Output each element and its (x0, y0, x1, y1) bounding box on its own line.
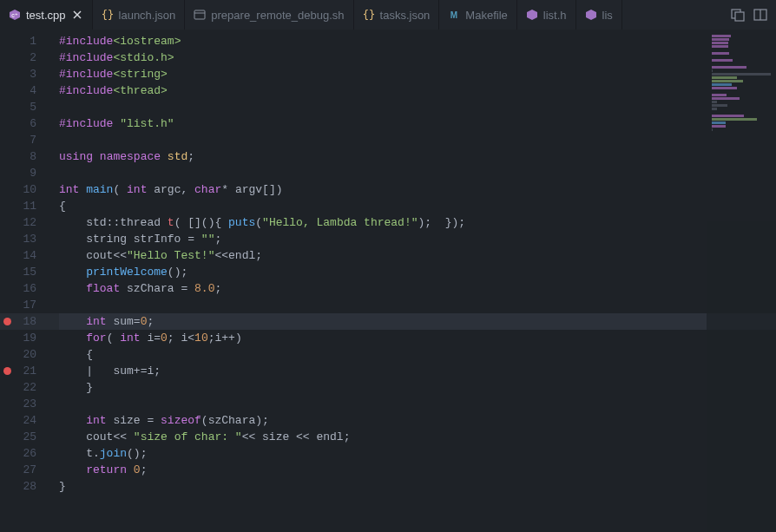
code-line[interactable]: { (59, 346, 707, 363)
svg-text:{}: {} (102, 9, 114, 21)
minimap[interactable] (707, 30, 776, 532)
tab-tasks-json[interactable]: {} tasks.json (354, 0, 440, 30)
line-number[interactable]: 24 (0, 412, 52, 429)
line-number[interactable]: 28 (0, 478, 52, 495)
cpp-icon (585, 9, 597, 21)
line-number[interactable]: 15 (0, 264, 52, 280)
cpp-icon: c⁺ (9, 9, 21, 21)
makefile-icon: M (448, 9, 460, 21)
tab-overflow[interactable]: lis (576, 0, 622, 30)
line-number[interactable]: 18 (0, 313, 52, 330)
code-line[interactable]: { (59, 198, 707, 214)
code-line[interactable] (59, 396, 707, 412)
line-number[interactable]: 12 (0, 214, 52, 231)
line-number[interactable]: 10 (0, 181, 52, 198)
line-number[interactable]: 20 (0, 346, 52, 363)
line-number[interactable]: 6 (0, 115, 52, 132)
line-number[interactable]: 2 (0, 49, 52, 66)
svg-text:{}: {} (363, 9, 375, 21)
line-number[interactable]: 3 (0, 66, 52, 82)
tab-label: tasks.json (380, 9, 431, 22)
code-line[interactable]: #include<thread> (59, 82, 707, 99)
svg-text:c⁺: c⁺ (11, 12, 18, 18)
tab-test-cpp[interactable]: c⁺ test.cpp (0, 0, 93, 30)
code-line[interactable]: #include<string> (59, 66, 707, 82)
code-line[interactable]: t.join(); (59, 445, 707, 462)
line-number[interactable]: 1 (0, 33, 52, 49)
code-line[interactable]: cout<<"Hello Test!"<<endl; (59, 247, 707, 264)
svg-rect-12 (735, 12, 744, 21)
code-line[interactable]: | sum+=i; (59, 363, 707, 379)
line-number[interactable]: 22 (0, 379, 52, 396)
split-editor-icon[interactable] (753, 8, 767, 22)
tab-label: prepare_remote_debug.sh (211, 9, 344, 22)
line-number[interactable]: 9 (0, 165, 52, 181)
svg-marker-10 (586, 10, 596, 20)
tab-label: list.h (543, 9, 567, 22)
code-line[interactable] (59, 99, 707, 115)
line-number[interactable]: 14 (0, 247, 52, 264)
line-number[interactable]: 23 (0, 396, 52, 412)
line-number[interactable]: 8 (0, 148, 52, 165)
close-icon[interactable] (71, 9, 83, 21)
line-number-gutter[interactable]: 1234567891011121314151617181920212223242… (0, 30, 52, 532)
svg-text:M: M (450, 10, 457, 20)
svg-marker-9 (527, 10, 537, 20)
code-line[interactable]: } (59, 379, 707, 396)
code-line[interactable]: #include "list.h" (59, 115, 707, 132)
tab-label: lis (602, 9, 613, 22)
line-number[interactable]: 5 (0, 99, 52, 115)
svg-rect-5 (194, 10, 205, 19)
code-line[interactable]: float szChara = 8.0; (59, 280, 707, 297)
editor-tabs: c⁺ test.cpp {} launch.json prepare_remot… (0, 0, 776, 30)
line-number[interactable]: 17 (0, 297, 52, 313)
tab-launch-json[interactable]: {} launch.json (93, 0, 186, 30)
sh-icon (194, 9, 206, 21)
line-number[interactable]: 26 (0, 445, 52, 462)
code-line[interactable]: int sum=0; (59, 313, 707, 330)
tab-label: launch.json (119, 9, 176, 22)
code-editor[interactable]: #include<iostream>#include<stdio.h>#incl… (52, 30, 707, 532)
code-line[interactable]: std::thread t( [](){ puts("Hello, Lambda… (59, 214, 707, 231)
code-line[interactable] (59, 165, 707, 181)
code-line[interactable]: cout<< "size of char: "<< size << endl; (59, 429, 707, 445)
code-line[interactable]: for( int i=0; i<10;i++) (59, 330, 707, 346)
code-line[interactable]: #include<stdio.h> (59, 49, 707, 66)
code-line[interactable]: string strInfo = ""; (59, 231, 707, 247)
line-number[interactable]: 25 (0, 429, 52, 445)
line-number[interactable]: 4 (0, 82, 52, 99)
line-number[interactable]: 7 (0, 132, 52, 148)
tab-prepare-remote-debug-sh[interactable]: prepare_remote_debug.sh (185, 0, 353, 30)
line-number[interactable]: 11 (0, 198, 52, 214)
code-line[interactable]: using namespace std; (59, 148, 707, 165)
json-icon: {} (102, 9, 114, 21)
compare-icon[interactable] (731, 8, 745, 22)
titlebar-actions (722, 0, 776, 30)
json-icon: {} (363, 9, 375, 21)
code-line[interactable]: printWelcome(); (59, 264, 707, 280)
line-number[interactable]: 19 (0, 330, 52, 346)
editor-area: 1234567891011121314151617181920212223242… (0, 30, 776, 532)
code-line[interactable]: int main( int argc, char* argv[]) (59, 181, 707, 198)
cpp-icon (526, 9, 538, 21)
code-line[interactable] (59, 132, 707, 148)
tab-label: Makefile (465, 9, 507, 22)
code-line[interactable]: int size = sizeof(szChara); (59, 412, 707, 429)
line-number[interactable]: 13 (0, 231, 52, 247)
line-number[interactable]: 21 (0, 363, 52, 379)
line-number[interactable]: 27 (0, 462, 52, 478)
tab-makefile[interactable]: M Makefile (439, 0, 516, 30)
tab-list-h[interactable]: list.h (517, 0, 576, 30)
tab-label: test.cpp (26, 9, 66, 22)
code-line[interactable] (59, 297, 707, 313)
code-line[interactable]: #include<iostream> (59, 33, 707, 49)
line-number[interactable]: 16 (0, 280, 52, 297)
code-line[interactable]: } (59, 478, 707, 495)
code-line[interactable]: return 0; (59, 462, 707, 478)
